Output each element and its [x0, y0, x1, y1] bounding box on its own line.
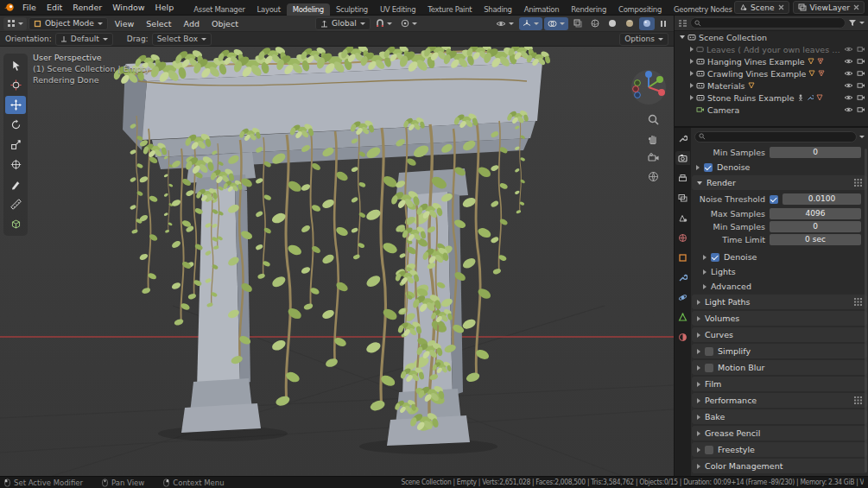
blender-logo-icon[interactable] — [0, 3, 17, 12]
viewport-3d[interactable]: User Perspective (1) Scene Collection | … — [0, 47, 674, 476]
chevron-right-icon[interactable] — [703, 284, 706, 289]
workspace-tab-rendering[interactable]: Rendering — [565, 3, 612, 16]
render-denoise-row[interactable]: Denoise — [691, 250, 868, 264]
options-dropdown[interactable]: Options — [619, 33, 668, 46]
section-grease-pencil[interactable]: Grease Pencil — [692, 426, 867, 440]
section-curves[interactable]: Curves — [692, 327, 867, 342]
camera-view-icon[interactable] — [644, 149, 662, 166]
show-gizmo-toggle[interactable] — [519, 17, 542, 30]
editor-type-button[interactable] — [3, 17, 27, 30]
mode-selector[interactable]: Object Mode — [29, 17, 108, 30]
expand-icon[interactable] — [690, 47, 694, 52]
render-advanced-row[interactable]: Advanced — [691, 279, 868, 294]
shading-solid-button[interactable] — [605, 17, 620, 30]
cursor-tool[interactable] — [5, 76, 26, 94]
disable-render-icon[interactable] — [857, 58, 865, 65]
outliner-row-materials[interactable]: Materials — [675, 79, 868, 92]
denoise-checkbox[interactable] — [711, 253, 719, 262]
section-light-paths[interactable]: Light Paths — [692, 295, 867, 309]
workspace-tab-asset-manager[interactable]: Asset Manager — [187, 3, 250, 16]
disable-render-icon[interactable] — [857, 46, 865, 53]
menu-render[interactable]: Render — [67, 0, 107, 16]
section-simplify[interactable]: Simplify — [692, 344, 867, 358]
show-overlays-toggle[interactable] — [544, 17, 568, 30]
zoom-icon[interactable] — [644, 111, 662, 128]
menu-help[interactable]: Help — [150, 0, 180, 16]
workspace-tab-shading[interactable]: Shading — [478, 3, 517, 16]
outliner-search-input[interactable] — [690, 17, 846, 29]
scene-selector[interactable]: Scene — [734, 1, 789, 14]
workspace-tab-uv-editing[interactable]: UV Editing — [374, 3, 421, 16]
pause-render-button[interactable] — [656, 17, 670, 30]
chevron-down-icon[interactable] — [859, 136, 865, 138]
simplify-checkbox[interactable] — [705, 347, 713, 356]
xray-toggle[interactable] — [570, 17, 586, 30]
max-samples-value[interactable]: 4096 — [770, 208, 861, 219]
expand-icon[interactable] — [690, 59, 694, 64]
output-tab-icon[interactable] — [675, 171, 690, 185]
menu-object[interactable]: Object — [206, 19, 244, 29]
noise-threshold-value[interactable]: 0.0100 — [782, 193, 861, 205]
object-tab-icon[interactable] — [675, 250, 690, 264]
section-performance[interactable]: Performance — [692, 393, 867, 408]
hide-eye-icon[interactable] — [844, 70, 853, 77]
properties-scrollbar[interactable] — [865, 149, 867, 472]
shading-material-button[interactable] — [622, 17, 637, 30]
noise-threshold-checkbox[interactable] — [770, 195, 778, 204]
expand-icon[interactable] — [690, 71, 694, 76]
scale-tool[interactable] — [5, 136, 26, 154]
select-box-tool[interactable] — [5, 56, 26, 74]
menu-file[interactable]: File — [17, 0, 41, 16]
chevron-right-icon[interactable] — [703, 255, 706, 260]
shading-rendered-button[interactable] — [639, 17, 655, 30]
workspace-tab-texture-paint[interactable]: Texture Paint — [421, 3, 478, 16]
chevron-right-icon[interactable] — [696, 165, 700, 170]
section-color-management[interactable]: Color Management — [692, 459, 867, 473]
outliner-row-crawling-vines[interactable]: Crawling Vines Example — [675, 67, 868, 79]
workspace-tab-layout[interactable]: Layout — [251, 3, 287, 16]
material-tab-icon[interactable] — [675, 330, 690, 344]
render-lights-row[interactable]: Lights — [691, 264, 868, 279]
physics-tab-icon[interactable] — [675, 290, 690, 304]
workspace-tab-modeling[interactable]: Modeling — [287, 3, 330, 16]
denoise-checkbox[interactable] — [704, 163, 713, 172]
workspace-tab-geometry-nodes[interactable]: Geometry Nodes — [668, 3, 734, 16]
time-limit-value[interactable]: 0 sec — [770, 234, 861, 245]
outliner-row-stone-ruins[interactable]: Stone Ruins Example — [675, 92, 868, 104]
viewlayer-tab-icon[interactable] — [675, 191, 690, 205]
disable-render-icon[interactable] — [857, 70, 865, 77]
filter-icon[interactable] — [848, 19, 857, 27]
chevron-right-icon[interactable] — [703, 269, 706, 275]
section-volumes[interactable]: Volumes — [692, 311, 867, 326]
scene-tab-icon[interactable] — [675, 211, 690, 225]
measure-tool[interactable] — [5, 195, 26, 213]
section-render[interactable]: Render — [692, 175, 867, 190]
add-primitive-tool[interactable] — [5, 215, 26, 233]
menu-add[interactable]: Add — [179, 19, 205, 29]
min-samples-value[interactable]: 0 — [770, 147, 861, 158]
min-samples-value[interactable]: 0 — [770, 221, 861, 232]
expand-icon[interactable] — [680, 35, 685, 39]
rotate-tool[interactable] — [5, 116, 26, 134]
world-tab-icon[interactable] — [675, 231, 690, 244]
disable-render-icon[interactable] — [857, 82, 865, 89]
hide-eye-icon[interactable] — [844, 94, 853, 101]
workspace-tab-animation[interactable]: Animation — [518, 3, 566, 16]
section-film[interactable]: Film — [692, 377, 867, 391]
shading-wireframe-button[interactable] — [587, 17, 603, 30]
freestyle-checkbox[interactable] — [705, 446, 713, 454]
expand-icon[interactable] — [690, 83, 694, 88]
workspace-tab-sculpting[interactable]: Sculpting — [330, 3, 374, 16]
menu-window[interactable]: Window — [107, 0, 149, 16]
disable-render-icon[interactable] — [857, 94, 865, 101]
hide-eye-icon[interactable] — [844, 58, 853, 65]
proportional-editing-toggle[interactable] — [397, 17, 421, 30]
annotate-tool[interactable] — [5, 175, 26, 193]
chevron-down-icon[interactable] — [859, 22, 865, 24]
viewlayer-selector[interactable]: ViewLayer — [793, 1, 865, 14]
properties-search-input[interactable] — [694, 131, 857, 143]
denoise-toggle-row[interactable]: Denoise — [691, 160, 868, 174]
hide-eye-icon[interactable] — [844, 106, 853, 113]
workspace-tab-compositing[interactable]: Compositing — [612, 3, 668, 16]
modifiers-tab-icon[interactable] — [675, 270, 690, 284]
